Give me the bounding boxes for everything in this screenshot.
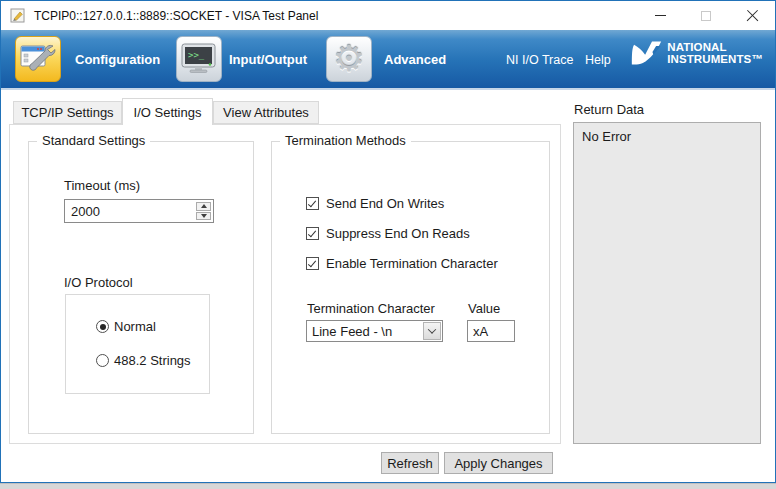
checkbox-enable-termination-character[interactable]: Enable Termination Character [306,256,498,271]
standard-settings-group: Standard Settings Timeout (ms) 2000 I/O … [28,141,254,434]
radio-option-4882-strings[interactable]: 488.2 Strings [96,353,191,368]
window-controls [637,1,775,30]
spin-down-button[interactable] [196,212,211,221]
checkbox-send-end-on-writes[interactable]: Send End On Writes [306,196,444,211]
radio-label-normal: Normal [114,319,156,334]
checkbox-label-send-end: Send End On Writes [326,196,444,211]
advanced-button[interactable]: ⚙ [326,36,372,82]
checkbox-checked-icon[interactable] [306,257,319,270]
radio-label-4882-strings: 488.2 Strings [114,353,191,368]
ni-brand-line2: INSTRUMENTS™ [667,53,763,65]
arrow-up-icon [201,204,207,208]
value-field-text[interactable]: xA [473,324,488,339]
return-data-label: Return Data [574,102,644,117]
termination-character-value: Line Feed - \n [312,324,392,339]
desktop-background-strip [0,483,776,489]
visa-test-panel-window: TCPIP0::127.0.0.1::8889::SOCKET - VISA T… [0,0,776,483]
checkbox-suppress-end-on-reads[interactable]: Suppress End On Reads [306,226,470,241]
value-label: Value [468,301,500,316]
apply-changes-button[interactable]: Apply Changes [444,452,553,474]
checkbox-checked-icon[interactable] [306,197,319,210]
checkbox-label-enable-termchar: Enable Termination Character [326,256,498,271]
ni-io-trace-link[interactable]: NI I/O Trace [506,53,573,67]
return-data-content: No Error [582,129,631,144]
checkbox-checked-icon[interactable] [306,227,319,240]
close-button[interactable] [729,1,775,30]
io-settings-panel: Standard Settings Timeout (ms) 2000 I/O … [9,124,561,444]
configuration-button[interactable] [15,36,61,82]
io-protocol-box: Normal 488.2 Strings [65,294,210,394]
radio-unselected-icon[interactable] [96,354,109,367]
input-output-label[interactable]: Input/Output [229,52,307,67]
help-link[interactable]: Help [585,53,611,67]
input-output-button[interactable]: >>_ [176,36,222,82]
standard-settings-legend: Standard Settings [37,133,150,148]
configuration-label[interactable]: Configuration [75,52,160,67]
maximize-button [683,1,729,30]
minimize-button[interactable] [637,1,683,30]
ni-brand-line1: NATIONAL [667,41,763,53]
termination-methods-group: Termination Methods Send End On Writes S… [271,141,550,434]
tab-io-settings[interactable]: I/O Settings [122,98,213,125]
advanced-label[interactable]: Advanced [384,52,446,67]
value-field[interactable]: xA [467,320,515,342]
maximize-icon [701,11,711,21]
refresh-button[interactable]: Refresh [381,452,439,474]
radio-selected-icon[interactable] [96,320,109,333]
minimize-icon [655,15,666,16]
close-icon [746,9,759,22]
tab-view-attributes[interactable]: View Attributes [213,101,319,124]
chevron-down-icon [428,325,436,333]
spin-up-button[interactable] [196,202,211,211]
arrow-down-icon [201,214,207,218]
timeout-value[interactable]: 2000 [71,204,100,219]
timeout-spinner[interactable]: 2000 [64,199,214,223]
window-title: TCPIP0::127.0.0.1::8889::SOCKET - VISA T… [34,9,318,23]
checkmark-icon [307,258,315,267]
timeout-label: Timeout (ms) [64,178,140,193]
advanced-gear-icon: ⚙ [333,41,365,77]
dropdown-arrow-button[interactable] [423,322,441,340]
radio-option-normal[interactable]: Normal [96,319,156,334]
checkmark-icon [307,228,315,237]
ni-brand-text: NATIONAL INSTRUMENTS™ [667,41,763,65]
title-bar: TCPIP0::127.0.0.1::8889::SOCKET - VISA T… [1,1,775,30]
termination-character-label: Termination Character [307,301,435,316]
termination-methods-legend: Termination Methods [280,133,411,148]
checkbox-label-suppress-end: Suppress End On Reads [326,226,470,241]
checkmark-icon [307,198,315,207]
main-toolbar: Configuration >>_ Input/Output ⚙ Advance… [1,30,775,90]
io-protocol-label: I/O Protocol [64,275,133,290]
ni-eagle-icon [630,38,663,67]
tab-tcpip-settings[interactable]: TCP/IP Settings [13,101,122,124]
timeout-spin-buttons [196,202,211,220]
input-output-icon: >>_ [181,43,217,75]
termination-character-dropdown[interactable]: Line Feed - \n [306,320,443,342]
return-data-box: No Error [573,122,761,444]
app-icon [10,8,26,24]
svg-text:>>_: >>_ [188,50,205,60]
configuration-icon [20,42,56,76]
national-instruments-logo: NATIONAL INSTRUMENTS™ [630,38,763,67]
